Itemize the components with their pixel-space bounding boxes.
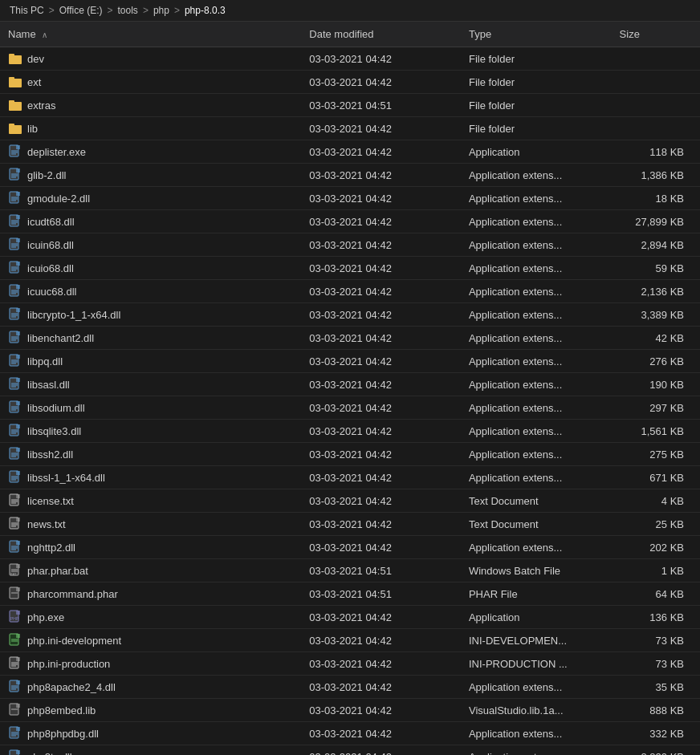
svg-rect-5 (9, 100, 14, 104)
file-type: File folder (461, 47, 612, 71)
breadcrumb-item-drive[interactable]: Office (E:) (59, 5, 103, 16)
svg-rect-64 (16, 401, 20, 405)
svg-rect-1 (9, 54, 14, 57)
file-icon-folder (8, 121, 22, 136)
file-date: 03-03-2021 04:51 (301, 582, 461, 606)
table-row[interactable]: icuuc68.dll03-03-2021 04:42Application e… (0, 280, 700, 303)
file-icon-folder (8, 75, 22, 89)
file-date: 03-03-2021 04:42 (301, 629, 461, 652)
file-type: Text Document (461, 513, 612, 536)
table-row[interactable]: deplister.exe03-03-2021 04:42Application… (0, 140, 700, 164)
file-name: libsodium.dll (27, 402, 85, 414)
table-row[interactable]: nghttp2.dll03-03-2021 04:42Application e… (0, 536, 700, 559)
table-row[interactable]: php8embed.lib03-03-2021 04:42VisualStudi… (0, 699, 700, 722)
file-size: 73 KB (612, 652, 700, 676)
file-type: Application extens... (461, 722, 612, 745)
table-row[interactable]: libsqlite3.dll03-03-2021 04:42Applicatio… (0, 420, 700, 443)
file-date: 03-03-2021 04:42 (301, 373, 461, 396)
table-row[interactable]: libssl-1_1-x64.dll03-03-2021 04:42Applic… (0, 466, 700, 489)
svg-rect-49 (16, 331, 20, 335)
table-row[interactable]: PHP php.exe03-03-2021 04:42Application13… (0, 606, 700, 629)
file-icon-dll (8, 168, 22, 182)
col-header-name[interactable]: Name ∧ (0, 22, 301, 47)
table-row[interactable]: ext03-03-2021 04:42File folder (0, 71, 700, 94)
table-row[interactable]: libpq.dll03-03-2021 04:42Application ext… (0, 350, 700, 373)
svg-text:PHP: PHP (10, 616, 19, 621)
breadcrumb-item-tools[interactable]: tools (118, 5, 138, 16)
file-size (612, 117, 700, 140)
table-row[interactable]: extras03-03-2021 04:51File folder (0, 94, 700, 117)
file-size: 118 KB (612, 140, 700, 164)
table-row[interactable]: php.ini-production03-03-2021 04:42INI-PR… (0, 652, 700, 676)
table-row[interactable]: icuio68.dll03-03-2021 04:42Application e… (0, 257, 700, 280)
file-date: 03-03-2021 04:42 (301, 652, 461, 676)
table-row[interactable]: php8phpdbg.dll03-03-2021 04:42Applicatio… (0, 722, 700, 745)
file-type: Application extens... (461, 396, 612, 420)
file-date: 03-03-2021 04:42 (301, 536, 461, 559)
file-name: php8phpdbg.dll (27, 728, 99, 740)
table-row[interactable]: license.txt03-03-2021 04:42Text Document… (0, 489, 700, 513)
table-row[interactable]: libssh2.dll03-03-2021 04:42Application e… (0, 443, 700, 466)
file-name: libsasl.dll (27, 379, 70, 391)
file-size: 18 KB (612, 187, 700, 210)
col-header-size[interactable]: Size (612, 22, 700, 47)
file-icon-exe (8, 144, 22, 159)
svg-text:BAT: BAT (10, 572, 17, 576)
file-icon-dll (8, 400, 22, 415)
svg-rect-104 (16, 587, 20, 591)
file-type: Application extens... (461, 257, 612, 280)
table-row[interactable]: gmodule-2.dll03-03-2021 04:42Application… (0, 187, 700, 210)
file-type: Text Document (461, 489, 612, 513)
col-header-type[interactable]: Type (461, 22, 612, 47)
svg-rect-114 (16, 657, 20, 661)
table-row[interactable]: php8ts.dll03-03-2021 04:42Application ex… (0, 745, 700, 756)
table-row[interactable]: news.txt03-03-2021 04:42Text Document25 … (0, 513, 700, 536)
file-name: php8apache2_4.dll (27, 681, 116, 693)
breadcrumb-item-thispc[interactable]: This PC (10, 5, 44, 16)
breadcrumb-item-php[interactable]: php (153, 5, 169, 16)
table-row[interactable]: pharcommand.phar03-03-2021 04:51PHAR Fil… (0, 582, 700, 606)
table-row[interactable]: BAT phar.phar.bat03-03-2021 04:51Windows… (0, 559, 700, 582)
file-name: icuio68.dll (27, 262, 74, 274)
table-row[interactable]: libsasl.dll03-03-2021 04:42Application e… (0, 373, 700, 396)
svg-rect-79 (16, 471, 20, 475)
file-icon-php-exe: PHP (8, 610, 22, 624)
table-row[interactable]: libsodium.dll03-03-2021 04:42Application… (0, 396, 700, 420)
table-row[interactable]: lib03-03-2021 04:42File folder (0, 117, 700, 140)
file-name: libpq.dll (27, 355, 63, 367)
table-row[interactable]: libenchant2.dll03-03-2021 04:42Applicati… (0, 327, 700, 350)
svg-rect-9 (16, 145, 20, 149)
col-header-date[interactable]: Date modified (301, 22, 461, 47)
file-date: 03-03-2021 04:42 (301, 396, 461, 420)
file-type: VisualStudio.lib.1a... (461, 699, 612, 722)
table-row[interactable]: php8apache2_4.dll03-03-2021 04:42Applica… (0, 676, 700, 699)
file-size: 276 KB (612, 350, 700, 373)
file-date: 03-03-2021 04:42 (301, 722, 461, 745)
file-size: 3,389 KB (612, 303, 700, 327)
file-date: 03-03-2021 04:42 (301, 71, 461, 94)
svg-rect-7 (9, 124, 14, 127)
file-date: 03-03-2021 04:42 (301, 140, 461, 164)
table-row[interactable]: dev03-03-2021 04:42File folder (0, 47, 700, 71)
breadcrumb-item-current: php-8.0.3 (185, 5, 226, 16)
table-row[interactable]: libcrypto-1_1-x64.dll03-03-2021 04:42App… (0, 303, 700, 327)
file-size: 4 KB (612, 489, 700, 513)
table-row[interactable]: icudt68.dll03-03-2021 04:42Application e… (0, 210, 700, 233)
file-type: INI-PRODUCTION ... (461, 652, 612, 676)
file-size: 27,899 KB (612, 210, 700, 233)
file-date: 03-03-2021 04:42 (301, 280, 461, 303)
table-row[interactable]: php.ini-development03-03-2021 04:42INI-D… (0, 629, 700, 652)
file-name: license.txt (27, 495, 74, 507)
file-icon-dll (8, 214, 22, 229)
file-size: 190 KB (612, 373, 700, 396)
file-size: 73 KB (612, 629, 700, 652)
file-icon-dll (8, 680, 22, 694)
file-size: 8,820 KB (612, 745, 700, 756)
file-name: gmodule-2.dll (27, 193, 90, 205)
file-type: Application extens... (461, 443, 612, 466)
svg-rect-44 (16, 308, 20, 312)
file-date: 03-03-2021 04:42 (301, 466, 461, 489)
table-row[interactable]: glib-2.dll03-03-2021 04:42Application ex… (0, 164, 700, 187)
svg-rect-107 (16, 611, 20, 615)
table-row[interactable]: icuin68.dll03-03-2021 04:42Application e… (0, 233, 700, 257)
